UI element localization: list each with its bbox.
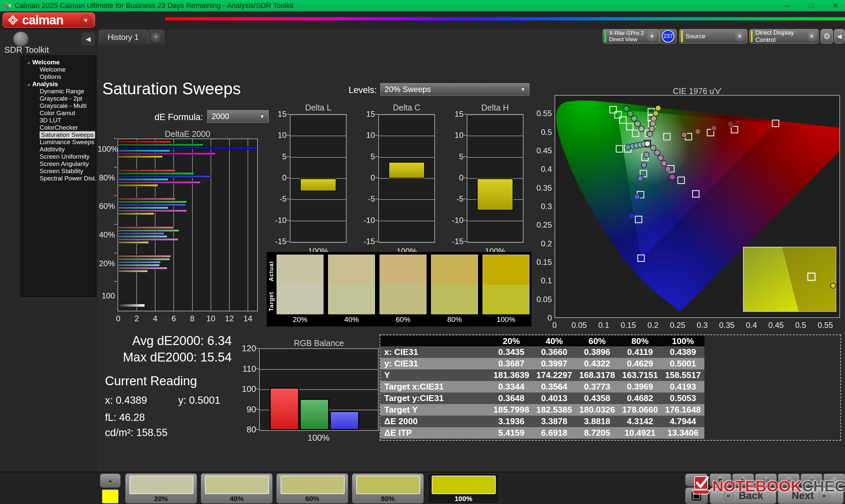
column-header: 20% [490, 336, 533, 346]
sidebar-item-welcome[interactable]: Welcome [21, 66, 96, 73]
meter-dropdown[interactable]: X-Rite i1Pro 2 Direct View ▼ [603, 29, 659, 43]
measured-point [665, 166, 671, 172]
current-reading-heading: Current Reading [105, 374, 197, 388]
source-dropdown[interactable]: Source ▼ [679, 29, 747, 43]
pattern-level-button-80[interactable]: 80% [352, 473, 424, 504]
measured-point [711, 125, 717, 131]
table-row: Target y:CIE310.36480.40130.43580.46820.… [380, 393, 704, 404]
calman-menu-button[interactable]: calman ▼ [3, 13, 95, 28]
sidebar-item-luminance-sweeps[interactable]: Luminance Sweeps [21, 139, 96, 146]
app-logo-icon [3, 2, 11, 10]
tab-history-1[interactable]: History 1 [99, 30, 147, 44]
cie-y-tick-label: 0.5 [526, 128, 552, 137]
gridline [379, 136, 434, 136]
chevron-down-icon: ▼ [807, 31, 816, 41]
pattern-level-button-100[interactable]: 100% [427, 473, 499, 504]
sidebar-item-colorchecker[interactable]: ColorChecker [21, 124, 96, 131]
swatch-label: 20% [277, 315, 323, 324]
cie-x-tick-label: 0.55 [815, 321, 835, 330]
measured-point [628, 111, 633, 116]
measured-point [623, 106, 629, 111]
y-tick-label: 0 [356, 173, 375, 182]
y-tick-label: 15 [445, 109, 463, 119]
pattern-expand-button[interactable]: ▲ [100, 474, 121, 487]
swatch-label: 60% [380, 315, 426, 324]
measured-point [655, 106, 661, 111]
table-cell: 3.3878 [533, 416, 576, 427]
sidebar-item-options[interactable]: Options [21, 73, 96, 80]
de-formula-dropdown[interactable]: 2000▼ [207, 110, 269, 123]
pattern-swatch [281, 475, 345, 494]
meter-count-badge[interactable]: 237 [662, 30, 674, 42]
tree-item-label: Welcome [40, 66, 66, 73]
levels-dropdown[interactable]: 20% Sweeps▼ [380, 83, 529, 96]
cie-y-tick-label: 0.35 [526, 183, 552, 193]
target-swatch [483, 285, 529, 314]
measured-point [681, 132, 687, 138]
bar-blue [118, 232, 164, 235]
tree-item-label: Options [40, 73, 61, 80]
display-control-status-accent [751, 30, 753, 42]
plus-icon: + [151, 32, 161, 42]
close-button[interactable]: ✕ [830, 2, 840, 10]
maximize-button[interactable]: □ [806, 2, 816, 10]
measured-point [669, 174, 675, 180]
current-pattern-swatch[interactable] [102, 489, 119, 503]
bar-green [118, 200, 187, 203]
table-cell: 163.7151 [619, 370, 662, 381]
sidebar-item-screen-angularity[interactable]: Screen Angularity [21, 160, 96, 167]
sidebar-item-3d-lut[interactable]: 3D LUT [21, 117, 96, 124]
x-tick-label: 4 [148, 314, 162, 323]
sidebar-item-saturation-sweeps[interactable]: Saturation Sweeps [21, 131, 96, 139]
delta-c-title: Delta C [380, 103, 433, 112]
collapse-panel-button[interactable]: ◀ [834, 29, 845, 43]
table-cell: 174.2297 [533, 370, 576, 381]
table-row: y: CIE310.36870.39970.43220.46290.5001 [380, 358, 704, 370]
swatch-pair [482, 255, 529, 314]
y-tick [375, 114, 378, 114]
gridline [211, 139, 211, 311]
meter-status-accent [604, 30, 606, 42]
table-row: Y181.3639174.2297168.3178163.7151158.551… [380, 370, 704, 381]
row-label: Target Y [380, 404, 490, 416]
sidebar-item-spectral-power-dist-[interactable]: Spectral Power Dist. [21, 175, 96, 182]
expander-icon[interactable]: ◢ [27, 83, 30, 86]
sidebar-item-grayscale-2pt[interactable]: Grayscale - 2pt [21, 95, 96, 102]
table-cell: 0.3648 [490, 393, 533, 404]
pattern-level-label: 100% [428, 495, 499, 503]
y-tick [464, 220, 466, 221]
sidebar-item-color-gamut[interactable]: Color Gamut [21, 109, 96, 117]
y-group-label: 40% [98, 230, 115, 239]
minimize-button[interactable]: — [781, 2, 792, 10]
table-cell: 158.5517 [662, 370, 704, 381]
bar-blue [118, 261, 161, 264]
bar-cyan [118, 264, 160, 267]
tree-group[interactable]: ◢Analysis [21, 80, 96, 88]
expander-icon[interactable]: ◢ [27, 61, 30, 64]
tree-item-label: Screen Angularity [40, 160, 89, 167]
tree-item-label: Grayscale - Multi [40, 102, 87, 109]
sidebar-item-additivity[interactable]: Additivity [21, 146, 96, 153]
sidebar-item-screen-stability[interactable]: Screen Stability [21, 167, 96, 175]
swatch-pair [380, 255, 426, 314]
tree-group[interactable]: ◢Welcome [21, 59, 96, 66]
y-tick-label: -10 [356, 216, 375, 225]
pattern-level-button-40[interactable]: 40% [201, 473, 272, 504]
pattern-level-button-20[interactable]: 20% [125, 473, 197, 504]
display-control-dropdown[interactable]: Direct Display Control ▼ [749, 29, 818, 43]
y-tick [464, 178, 466, 178]
pattern-level-label: 80% [352, 495, 423, 503]
add-tab-button[interactable]: + [147, 30, 164, 44]
settings-button[interactable]: ⚙ [821, 29, 833, 43]
sidebar-collapse-button[interactable]: ◀ [81, 32, 95, 46]
sidebar-item-screen-uniformity[interactable]: Screen Uniformity [21, 153, 96, 160]
pattern-level-button-60[interactable]: 60% [276, 473, 348, 504]
sidebar-item-dynamic-range[interactable]: Dynamic Range [21, 88, 96, 95]
swatch-pair [277, 255, 323, 314]
de-formula-label: dE Formula: [155, 112, 203, 122]
sidebar-item-grayscale-multi[interactable]: Grayscale - Multi [21, 102, 96, 109]
cie-x-tick-label: 0.4 [742, 321, 761, 330]
gridline [260, 369, 378, 370]
tree-item-label: Saturation Sweeps [40, 131, 95, 139]
y-tick-label: -15 [445, 237, 463, 246]
